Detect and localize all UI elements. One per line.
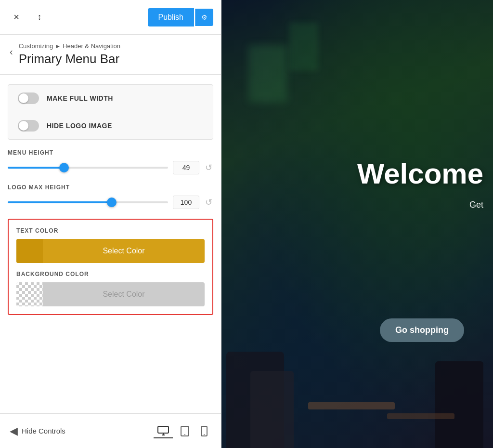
preview-get: Get [357, 200, 483, 210]
top-bar: × ↕ Publish ⚙ [0, 0, 221, 35]
make-full-width-label: MAKE FULL WIDTH [47, 94, 113, 102]
breadcrumb-part1: Customizing [19, 42, 53, 50]
publish-button[interactable]: Publish [148, 8, 194, 26]
title-text: Customizing ► Header & Navigation Primar… [19, 42, 120, 66]
window-light-1 [248, 45, 287, 103]
background-color-label: BACKGROUND COLOR [16, 271, 205, 277]
chair-2 [250, 371, 294, 448]
hide-logo-row[interactable]: HIDE LOGO IMAGE [8, 112, 213, 139]
logo-max-height-row: ↺ [8, 196, 213, 209]
tablet-view-button[interactable] [177, 424, 193, 438]
hide-logo-label: HIDE LOGO IMAGE [47, 122, 112, 130]
close-button[interactable]: × [8, 9, 25, 26]
menu-height-thumb[interactable] [59, 163, 69, 172]
toggle-section: MAKE FULL WIDTH HIDE LOGO IMAGE [8, 84, 213, 140]
breadcrumb-arrow: ► [55, 43, 61, 50]
background-color-button-label: Select Color [43, 290, 205, 299]
publish-gear-button[interactable]: ⚙ [195, 9, 213, 26]
breadcrumb: Customizing ► Header & Navigation [19, 42, 120, 50]
desktop-view-button[interactable] [154, 424, 173, 438]
menu-height-label: MENU HEIGHT [8, 149, 213, 156]
back-button[interactable]: ‹ [10, 44, 13, 59]
background-color-picker[interactable]: Select Color [16, 282, 205, 306]
text-color-picker[interactable]: Select Color [16, 239, 205, 263]
content-area: MAKE FULL WIDTH HIDE LOGO IMAGE MENU HEI… [0, 75, 221, 413]
logo-max-height-reset[interactable]: ↺ [204, 196, 213, 209]
menu-height-fill [8, 167, 64, 169]
menu-height-row: ↺ [8, 161, 213, 174]
menu-height-section: MENU HEIGHT ↺ [8, 149, 213, 174]
view-icons [154, 424, 211, 438]
window-light-2 [289, 23, 318, 71]
page-title: Primary Menu Bar [19, 52, 120, 66]
color-sections-wrapper: TEXT COLOR Select Color BACKGROUND COLOR… [8, 219, 213, 315]
right-preview: Welcome Get Go shopping [221, 0, 493, 448]
preview-shop-button[interactable]: Go shopping [380, 318, 464, 342]
sort-button[interactable]: ↕ [31, 9, 48, 26]
hide-controls-button[interactable]: ◀ Hide Controls [10, 425, 65, 437]
logo-max-height-label: LOGO MAX HEIGHT [8, 184, 213, 191]
background-color-swatch [16, 282, 43, 306]
hide-controls-label: Hide Controls [22, 427, 65, 435]
chair-3 [435, 361, 483, 448]
background-color-section: BACKGROUND COLOR Select Color [16, 271, 205, 306]
preview-welcome: Welcome [357, 157, 483, 190]
make-full-width-toggle[interactable] [18, 92, 39, 104]
menu-height-track[interactable] [8, 167, 168, 169]
svg-point-4 [184, 434, 185, 435]
bottom-bar: ◀ Hide Controls [0, 413, 221, 448]
text-color-swatch [16, 239, 43, 263]
text-color-button-label: Select Color [43, 247, 205, 255]
preview-shop-area: Go shopping [380, 304, 464, 342]
logo-max-height-section: LOGO MAX HEIGHT ↺ [8, 184, 213, 209]
text-color-section: TEXT COLOR Select Color [16, 227, 205, 263]
title-bar: ‹ Customizing ► Header & Navigation Prim… [0, 35, 221, 75]
make-full-width-row[interactable]: MAKE FULL WIDTH [8, 85, 213, 112]
table-1 [308, 402, 395, 409]
menu-height-reset[interactable]: ↺ [204, 161, 213, 174]
logo-max-height-thumb[interactable] [107, 198, 117, 207]
mobile-view-button[interactable] [197, 424, 211, 438]
svg-point-6 [204, 434, 205, 435]
logo-max-height-track[interactable] [8, 201, 168, 203]
logo-max-height-value[interactable] [173, 196, 199, 209]
table-2 [387, 413, 454, 419]
left-panel: × ↕ Publish ⚙ ‹ Customizing ► Header & N… [0, 0, 221, 448]
publish-group: Publish ⚙ [148, 8, 213, 26]
preview-text-area: Welcome Get [357, 157, 483, 210]
hide-controls-icon: ◀ [10, 425, 18, 437]
text-color-label: TEXT COLOR [16, 227, 205, 234]
menu-height-value[interactable] [173, 161, 199, 174]
hide-logo-toggle[interactable] [18, 120, 39, 132]
breadcrumb-part2: Header & Navigation [63, 42, 120, 50]
logo-max-height-fill [8, 201, 112, 203]
svg-rect-0 [158, 426, 169, 433]
